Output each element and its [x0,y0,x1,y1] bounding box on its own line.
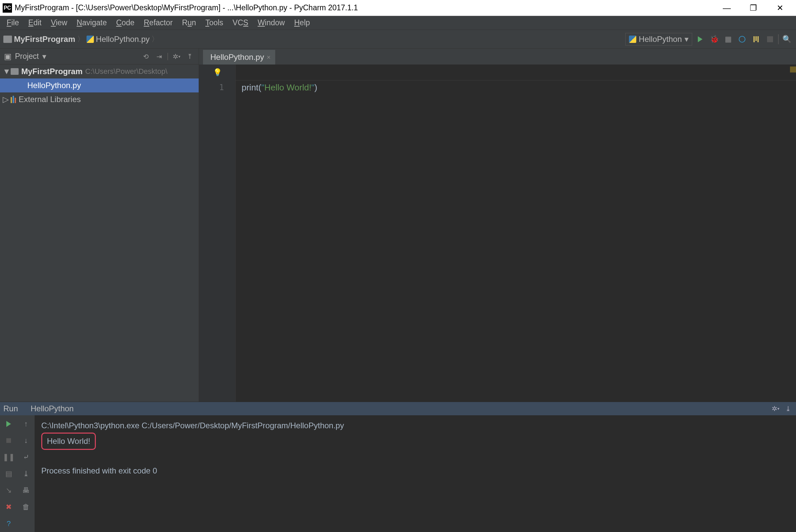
window-titlebar: PC MyFirstProgram - [C:\Users\Power\Desk… [0,0,796,16]
help-button[interactable]: ? [3,518,14,529]
project-sidebar: ▣ Project ▾ ⟲ ⇥ ✲▾ ⤒ ▼ MyFirstProgram C:… [0,49,199,402]
run-toolbar-right: ↑ ↓ ⤶ ⤓ 🖶 🗑 [17,415,35,532]
structure-button[interactable] [750,33,762,45]
main-area: ▣ Project ▾ ⟲ ⇥ ✲▾ ⤒ ▼ MyFirstProgram C:… [0,49,796,402]
code-string: Hello World! [264,82,311,93]
close-button[interactable]: ✖ [3,502,14,512]
search-icon: 🔍 [782,35,791,43]
run-config-label: HelloPython [639,35,682,44]
restore-layout-button[interactable]: ↘ [3,485,14,496]
intention-bulb-icon[interactable]: 💡 [213,68,222,77]
clear-all-button[interactable]: 🗑 [21,502,31,512]
breadcrumb-separator: 〉 [151,34,159,44]
dropdown-icon: ▾ [685,35,688,44]
error-stripe-mark[interactable] [790,66,796,73]
print-button[interactable]: 🖶 [21,485,31,496]
menu-window[interactable]: Window [253,17,290,28]
folder-icon [11,68,19,75]
hide-panel-button[interactable]: ⤓ [783,404,793,413]
python-file-icon [87,36,94,43]
debug-button[interactable]: 🐞 [708,33,720,45]
tree-external-label: External Libraries [19,95,81,104]
console-output[interactable]: C:\Intel\Python3\python.exe C:/Users/Pow… [35,415,796,532]
breadcrumb[interactable]: MyFirstProgram [3,35,75,44]
soft-wrap-button[interactable]: ⤶ [21,452,31,462]
down-stack-button: ↓ [21,435,31,446]
project-tree[interactable]: ▼ MyFirstProgram C:\Users\Power\Desktop\… [0,64,199,402]
expand-icon[interactable]: ▼ [3,67,8,76]
structure-icon [754,36,759,42]
code-paren: ) [314,82,318,93]
menu-navigate[interactable]: Navigate [72,17,111,28]
run-header-prefix: Run [3,404,18,413]
expand-icon[interactable]: ▷ [3,95,8,104]
editor-tabs: HelloPython.py × [199,49,796,64]
menu-tools[interactable]: Tools [201,17,228,28]
code-area[interactable]: print ( " Hello World! " ) [236,64,796,402]
update-button[interactable] [736,33,748,45]
dump-threads-button[interactable]: ▤ [3,469,14,479]
tree-file[interactable]: HelloPython.py [0,78,199,92]
navigation-bar: MyFirstProgram 〉 HelloPython.py 〉 HelloP… [0,30,796,49]
pause-button: ❚❚ [3,452,14,462]
minimize-button[interactable]: — [713,1,740,15]
console-exit-line: Process finished with exit code 0 [41,464,789,478]
menu-bar: File Edit View Navigate Code Refactor Ru… [0,16,796,30]
breadcrumb-file-label: HelloPython.py [96,35,149,44]
run-button[interactable] [694,33,706,45]
dropdown-icon[interactable]: ▾ [42,52,46,61]
menu-help[interactable]: Help [290,17,314,28]
maximize-button[interactable]: ❐ [740,1,767,15]
console-command-line: C:\Intel\Python3\python.exe C:/Users/Pow… [41,419,789,433]
tree-file-label: HelloPython.py [27,81,81,90]
menu-code[interactable]: Code [111,17,139,28]
collapse-all-button[interactable]: ⇥ [154,52,164,61]
menu-file[interactable]: File [2,17,24,28]
editor-body[interactable]: 💡 1 print ( " Hello World! " ) [199,64,796,402]
scroll-to-end-button[interactable]: ⤓ [21,469,31,479]
run-toolbar-left: ❚❚ ▤ ↘ ✖ ? [0,415,17,532]
project-panel-header: ▣ Project ▾ ⟲ ⇥ ✲▾ ⤒ [0,49,199,64]
scroll-from-source-button[interactable]: ⟲ [141,52,151,61]
python-file-icon [21,406,27,412]
search-everywhere-button[interactable]: 🔍 [781,33,793,45]
code-paren: ( [258,82,261,93]
menu-run[interactable]: Run [177,17,201,28]
code-fn: print [241,82,258,93]
editor-tab[interactable]: HelloPython.py × [203,50,275,64]
update-icon [739,36,745,42]
project-view-icon: ▣ [4,52,12,61]
editor-gutter: 💡 1 [199,64,236,402]
play-icon [698,36,703,42]
code-line[interactable]: print ( " Hello World! " ) [236,80,796,94]
project-panel-title[interactable]: Project [15,52,39,61]
code-quote: " [261,82,264,93]
menu-vcs[interactable]: VCS [228,17,253,28]
editor-tab-label: HelloPython.py [210,53,264,62]
run-config-selector[interactable]: HelloPython ▾ [625,33,692,45]
settings-button[interactable]: ✲▾ [171,52,181,61]
close-button[interactable]: ✕ [767,1,793,15]
menu-view[interactable]: View [46,17,72,28]
tree-external-libs[interactable]: ▷ External Libraries [0,92,199,107]
python-file-icon [629,36,636,43]
tree-root[interactable]: ▼ MyFirstProgram C:\Users\Power\Desktop\ [0,64,199,78]
library-icon [11,96,16,103]
stop-button [3,435,14,446]
breadcrumb-file[interactable]: HelloPython.py [87,35,149,44]
code-quote: " [311,82,314,93]
folder-icon [3,36,12,43]
menu-edit[interactable]: Edit [24,17,46,28]
menu-refactor[interactable]: Refactor [139,17,177,28]
run-panel-header[interactable]: Run HelloPython ✲▾ ⤓ [0,402,796,415]
settings-button[interactable]: ✲▾ [771,404,780,413]
stop-icon [6,438,11,443]
rerun-button[interactable] [3,419,14,429]
coverage-button[interactable]: ▦ [722,33,734,45]
editor-area: HelloPython.py × 💡 1 print ( " Hello Wor… [199,49,796,402]
close-tab-icon[interactable]: × [267,54,271,61]
hide-panel-button[interactable]: ⤒ [185,52,195,61]
tree-root-path: C:\Users\Power\Desktop\ [85,67,167,76]
up-stack-button: ↑ [21,419,31,429]
window-title: MyFirstProgram - [C:\Users\Power\Desktop… [15,3,713,12]
